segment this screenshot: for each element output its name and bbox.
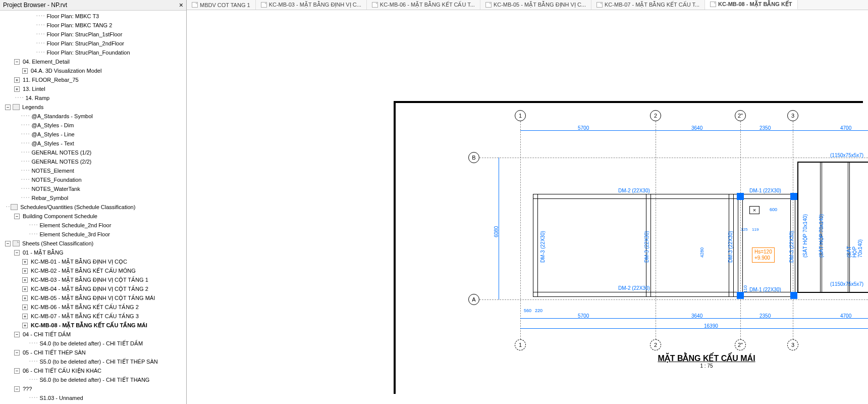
tab[interactable]: KC-MB-06 - MẶT BẰNG KẾT CẤU T... — [367, 0, 480, 10]
collapse-icon[interactable]: − — [14, 59, 20, 65]
tab[interactable]: KC-MB-07 - MẶT BẰNG KẾT CẤU T... — [591, 0, 705, 10]
tree-item-active[interactable]: +KC-MB-08 - MẶT BẰNG KẾT CẤU TẦNG MÁI — [0, 321, 186, 330]
tree-item[interactable]: ····Floor Plan: MBKC T3 — [0, 12, 186, 21]
tree-group[interactable]: −??? — [0, 384, 186, 393]
scale-text: 1 : 75 — [631, 363, 782, 369]
expand-icon[interactable]: + — [22, 286, 28, 292]
title-text: MẶT BẰNG KẾT CẤU MÁI — [631, 354, 782, 363]
tree-item[interactable]: +KC-MB-04 - MẶT BẰNG ĐỊNH VỊ CỘT TẦNG 2 — [0, 284, 186, 293]
tree-item[interactable]: ····14. Ramp — [0, 93, 186, 103]
doc-icon — [596, 2, 603, 8]
tree-item[interactable]: ····Floor Plan: StrucPlan_Foundation — [0, 48, 186, 57]
doc-icon — [192, 2, 198, 8]
tree-item[interactable]: +04.A. 3D Visualization Model — [0, 66, 186, 75]
dim-text: 110 — [743, 285, 748, 293]
tree-group[interactable]: −05 - CHI TIẾT THÉP SÀN — [0, 348, 186, 357]
collapse-icon[interactable]: − — [5, 241, 11, 246]
expand-icon[interactable]: + — [22, 314, 28, 319]
tab-active[interactable]: KC-MB-08 - MẶT BẰNG KẾT — [705, 0, 797, 10]
dim-text: 2350 — [760, 313, 771, 319]
close-icon[interactable]: × — [179, 1, 183, 9]
beam — [533, 292, 795, 297]
dim-text: 5700 — [578, 313, 589, 319]
tab[interactable]: KC-MB-03 - MẶT BẰNG ĐỊNH VỊ C... — [256, 0, 367, 10]
slab-info: Hs=120+9.900 — [752, 247, 775, 263]
beam — [533, 194, 538, 297]
dim-text: 5700 — [578, 125, 589, 131]
collapse-icon[interactable]: − — [14, 350, 20, 356]
tree-group[interactable]: −Sheets (Sheet Classification) — [0, 239, 186, 248]
beam-label: DM-2 (22X30) — [618, 188, 650, 193]
tree-item[interactable]: +KC-MB-05 - MẶT BẰNG ĐỊNH VỊ CỘT TẦNG MÁ… — [0, 293, 186, 302]
project-tree[interactable]: ····Floor Plan: MBKC T3 ····Floor Plan: … — [0, 11, 186, 404]
tree-item[interactable]: ····@A_Styles - Line — [0, 130, 186, 139]
tree-item[interactable]: ····NOTES_WaterTank — [0, 184, 186, 193]
tree-item[interactable]: ····@A_Standards - Symbol — [0, 112, 186, 121]
symbol-box: × — [749, 206, 760, 214]
expand-icon[interactable]: + — [14, 86, 20, 92]
collapse-icon[interactable]: − — [14, 386, 20, 392]
beam-label: DM-3 (22X30) — [789, 231, 794, 263]
tree-item[interactable]: ····Element Schedule_2nd Floor — [0, 221, 186, 230]
panel-title: Project Browser - NP.rvt — [3, 2, 67, 9]
tree-item[interactable]: ····GENERAL NOTES (2/2) — [0, 157, 186, 166]
expand-icon[interactable]: + — [22, 323, 28, 328]
tree-item[interactable]: ····Floor Plan: StrucPlan_2ndFloor — [0, 39, 186, 48]
tree-item[interactable]: +KC-MB-02 - MẶT BẰNG KẾT CẤU MÓNG — [0, 266, 186, 275]
dim-text: 6080 — [494, 226, 499, 237]
drawing-canvas[interactable]: 1 2 2" 3 4 1 2 2" 3 4 B A B A — [187, 10, 868, 404]
tree-item[interactable]: ····S1.03 - Unnamed — [0, 393, 186, 402]
tree-item[interactable]: ····NOTES_Element — [0, 166, 186, 175]
tree-group[interactable]: −01 - MẶT BẰNG — [0, 248, 186, 257]
tree-item[interactable]: +KC-MB-03 - MẶT BẰNG ĐỊNH VỊ CỘT TẦNG 1 — [0, 275, 186, 284]
collapse-icon[interactable]: − — [14, 250, 20, 256]
tree-item[interactable]: ····S6.0 (to be deleted after) - CHI TIẾ… — [0, 375, 186, 384]
column — [737, 292, 744, 299]
tree-item[interactable]: +KC-MB-01 - MẶT BẰNG ĐỊNH VỊ CỌC — [0, 257, 186, 266]
dim-text: 4280 — [699, 247, 704, 258]
tree-item[interactable]: ····@A_Styles - Dim — [0, 121, 186, 130]
expand-icon[interactable]: + — [22, 68, 28, 74]
tree-item[interactable]: ····Floor Plan: StrucPlan_1stFloor — [0, 30, 186, 39]
beam — [738, 194, 743, 297]
tree-item[interactable]: ····Element Schedule_3rd Floor — [0, 230, 186, 239]
tree-item[interactable]: ····Floor Plan: MBKC TANG 2 — [0, 21, 186, 30]
grid-bubble-2b: 2 — [650, 339, 661, 350]
tree-group[interactable]: +13. Lintel — [0, 84, 186, 93]
collapse-icon[interactable]: − — [14, 332, 20, 337]
tree-group[interactable]: −04 - CHI TIẾT DẦM — [0, 330, 186, 339]
grid-bubble-3b: 3 — [787, 339, 798, 350]
tab[interactable]: KC-MB-05 - MẶT BẰNG ĐỊNH VỊ C... — [480, 0, 591, 10]
canvas-area: MBDV COT TANG 1 KC-MB-03 - MẶT BẰNG ĐỊNH… — [187, 0, 868, 404]
collapse-icon[interactable]: − — [14, 214, 20, 219]
expand-icon[interactable]: + — [22, 259, 28, 265]
tree-item[interactable]: +KC-MB-06 - MẶT BẰNG KẾT CẤU TẦNG 2 — [0, 302, 186, 312]
collapse-icon[interactable]: − — [5, 105, 11, 110]
tree-group[interactable]: ··Schedules/Quantities (Schedule Classif… — [0, 203, 186, 212]
tree-group[interactable]: +11. FLOOR_Rebar_75 — [0, 75, 186, 84]
tree-group[interactable]: −Legends — [0, 103, 186, 112]
grid-bubble-A-left: A — [468, 294, 479, 305]
dim-text: 3640 — [691, 125, 702, 131]
expand-icon[interactable]: + — [22, 305, 28, 310]
tree-group[interactable]: −Building Component Schedule — [0, 212, 186, 221]
tab[interactable]: MBDV COT TANG 1 — [187, 0, 256, 10]
expand-icon[interactable]: + — [14, 77, 20, 83]
tree-item[interactable]: ····GENERAL NOTES (1/2) — [0, 148, 186, 157]
tree-item[interactable]: ····@A_Styles - Text — [0, 139, 186, 148]
tree-group[interactable]: −06 - CHI TIẾT CẤU KIỆN KHÁC — [0, 366, 186, 375]
expand-icon[interactable]: + — [22, 277, 28, 283]
tree-item[interactable]: +KC-MB-07 - MẶT BẰNG KẾT CẤU TẦNG 3 — [0, 312, 186, 321]
expand-icon[interactable]: + — [22, 295, 28, 301]
column — [737, 193, 744, 200]
tree-group[interactable]: −04. Element_Detail — [0, 57, 186, 66]
tree-item[interactable]: ····NOTES_Foundation — [0, 175, 186, 184]
expand-icon[interactable]: + — [22, 268, 28, 274]
grid-line — [479, 158, 868, 158]
collapse-icon[interactable]: − — [14, 368, 20, 374]
beam-label: DM-2 (22X30) — [618, 285, 650, 291]
doc-icon — [372, 2, 378, 8]
tree-item[interactable]: ····S5.0 (to be deleted after) - CHI TIẾ… — [0, 357, 186, 366]
tree-item[interactable]: ····Rebar_Symbol — [0, 193, 186, 203]
tree-item[interactable]: ····S4.0 (to be deleted after) - CHI TIẾ… — [0, 339, 186, 348]
